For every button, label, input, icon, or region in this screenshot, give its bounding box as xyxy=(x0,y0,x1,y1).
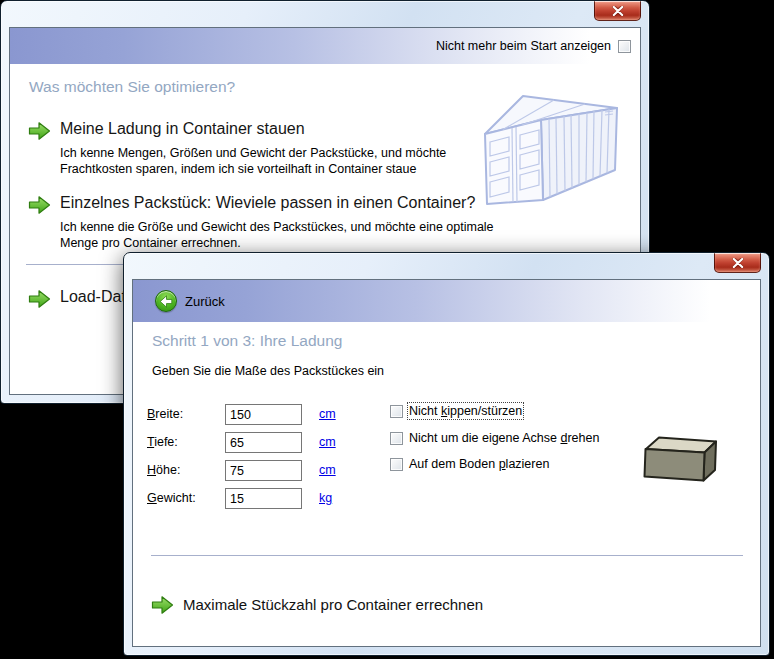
no-rotation-checkbox-row[interactable]: Nicht um die eigene Achse drehen xyxy=(390,431,599,445)
no-tipping-checkbox[interactable] xyxy=(390,405,403,418)
close-icon xyxy=(732,258,744,268)
back-dialog-heading: Was möchten Sie optimieren? xyxy=(29,78,235,96)
close-button[interactable] xyxy=(714,253,761,273)
height-label-rest: öhe: xyxy=(156,463,180,477)
width-field[interactable] xyxy=(225,404,302,425)
calculate-action[interactable]: Maximale Stückzahl pro Container errechn… xyxy=(183,596,483,613)
height-label: Höhe: xyxy=(147,463,180,477)
floor-placement-checkbox[interactable] xyxy=(390,458,403,471)
option3-arrow-icon[interactable] xyxy=(28,289,51,309)
height-field[interactable] xyxy=(225,460,302,481)
depth-field[interactable] xyxy=(225,432,302,453)
height-label-key: H xyxy=(147,463,156,477)
back-arrow-icon xyxy=(159,295,173,308)
weight-unit-link[interactable]: kg xyxy=(319,491,332,505)
depth-label: Tiefe: xyxy=(147,435,178,449)
option-stow-cargo-desc1: Ich kenne Mengen, Größen und Gewicht der… xyxy=(60,145,446,161)
no-rotation-checkbox[interactable] xyxy=(390,432,403,445)
option2-arrow-icon[interactable] xyxy=(28,195,51,215)
option-single-package-desc1: Ich kenne die Größe und Gewicht des Pack… xyxy=(60,219,494,235)
step-heading: Schritt 1 von 3: Ihre Ladung xyxy=(152,332,342,350)
close-button[interactable] xyxy=(594,1,641,21)
option-stow-cargo-desc2: Frachtkosten sparen, indem ich sie vorte… xyxy=(60,161,416,177)
step1-dialog-content: Zurück Schritt 1 von 3: Ihre Ladung Gebe… xyxy=(132,279,761,647)
step1-dialog-window: Zurück Schritt 1 von 3: Ihre Ladung Gebe… xyxy=(123,252,770,656)
dont-show-again-checkbox[interactable] xyxy=(618,40,631,53)
close-icon xyxy=(612,6,624,16)
instruction-text: Geben Sie die Maße des Packstückes ein xyxy=(152,364,384,378)
start-dialog-banner: Nicht mehr beim Start anzeigen xyxy=(10,28,640,64)
no-tipping-label: Nicht kippen/stürzen xyxy=(409,404,522,418)
option1-arrow-icon[interactable] xyxy=(28,121,51,141)
width-label: Breite: xyxy=(147,407,183,421)
step1-banner: Zurück xyxy=(133,280,760,322)
container-watermark-image xyxy=(479,84,635,206)
option-stow-cargo[interactable]: Meine Ladung in Container stauen xyxy=(60,120,305,138)
package-preview-image xyxy=(641,433,723,487)
no-tipping-checkbox-row[interactable]: Nicht kippen/stürzen xyxy=(390,404,522,418)
calculate-arrow-icon[interactable] xyxy=(151,595,174,615)
back-button-label[interactable]: Zurück xyxy=(185,294,225,309)
floor-placement-label: Auf dem Boden plazieren xyxy=(409,457,549,471)
weight-label: Gewicht: xyxy=(147,491,196,505)
depth-label-rest: iefe: xyxy=(154,435,178,449)
no-rotation-label: Nicht um die eigene Achse drehen xyxy=(409,431,599,445)
weight-label-key: G xyxy=(147,491,157,505)
back-button[interactable] xyxy=(155,290,177,312)
weight-field[interactable] xyxy=(225,488,302,509)
height-unit-link[interactable]: cm xyxy=(319,463,336,477)
option-single-package-desc2: Menge pro Container errechnen. xyxy=(60,235,241,251)
depth-unit-link[interactable]: cm xyxy=(319,435,336,449)
dont-show-again-label: Nicht mehr beim Start anzeigen xyxy=(436,39,611,53)
weight-label-rest: ewicht: xyxy=(157,491,196,505)
width-unit-link[interactable]: cm xyxy=(319,407,336,421)
divider xyxy=(151,555,743,556)
width-label-rest: reite: xyxy=(155,407,183,421)
option-single-package[interactable]: Einzelnes Packstück: Wieviele passen in … xyxy=(60,194,475,212)
floor-placement-checkbox-row[interactable]: Auf dem Boden plazieren xyxy=(390,457,549,471)
